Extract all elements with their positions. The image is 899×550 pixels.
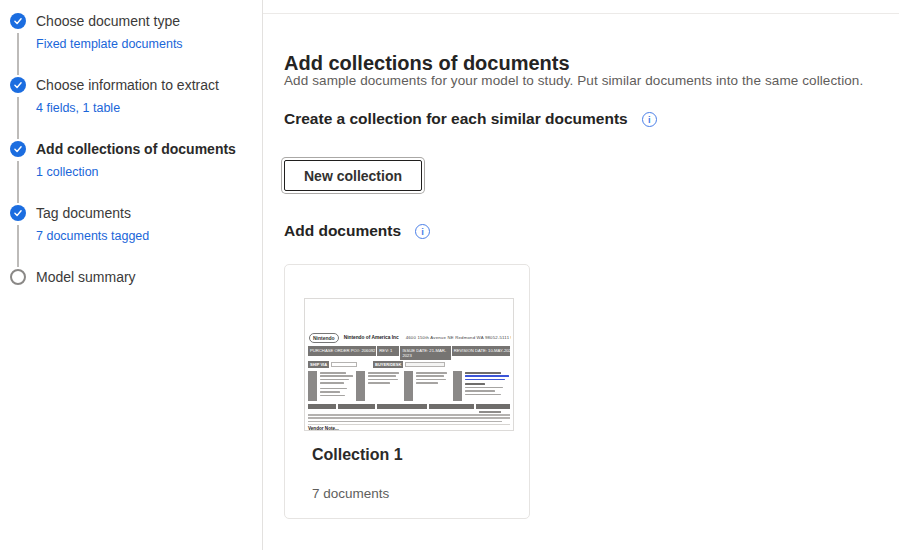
po-meta-value xyxy=(405,362,445,367)
thumbnail-fine-print xyxy=(308,414,510,424)
step-check-icon xyxy=(10,77,26,93)
address-text-block xyxy=(368,372,399,386)
thumbnail-address: 4600 150th Avenue NE Redmond WA 98052-51… xyxy=(406,335,511,340)
step-label: Add collections of documents xyxy=(36,140,262,158)
po-header-cell: PURCHASE ORDER PO#: 206092 xyxy=(308,346,376,356)
thumbnail-letterhead: Nintendo Nintendo of America Inc 4600 15… xyxy=(309,332,511,343)
step-label: Choose information to extract xyxy=(36,76,262,94)
vertical-label-bar xyxy=(453,371,462,401)
info-icon[interactable]: i xyxy=(642,112,657,127)
step-label: Tag documents xyxy=(36,204,262,222)
po-header-cell: REVISION DATE: 10-MAY-2023 xyxy=(452,346,510,356)
thumbnail-header-bar: PURCHASE ORDER PO#: 206092 REV: 1 ISSUE … xyxy=(308,346,510,356)
main-panel: Add collections of documents Add sample … xyxy=(262,0,899,550)
add-documents-heading: Add documents i xyxy=(284,222,430,240)
step-detail[interactable]: 1 collection xyxy=(36,165,99,180)
po-meta-label: SHIP VIA xyxy=(308,361,329,368)
top-divider xyxy=(263,13,899,14)
step-detail[interactable]: 7 documents tagged xyxy=(36,229,149,244)
collection-card[interactable]: Nintendo Nintendo of America Inc 4600 15… xyxy=(284,264,530,519)
page-subtitle: Add sample documents for your model to s… xyxy=(284,73,863,88)
stepper: Choose document type Fixed template docu… xyxy=(0,12,262,332)
step-detail[interactable]: 4 fields, 1 table xyxy=(36,101,120,116)
stepper-item[interactable]: Choose information to extract 4 fields, … xyxy=(0,76,262,140)
thumbnail-table-header xyxy=(308,404,510,409)
thumbnail-divider xyxy=(308,424,510,425)
po-header-cell: ISSUE DATE: 21-MAR-2023 xyxy=(400,346,450,360)
stepper-item[interactable]: Model summary xyxy=(0,268,262,332)
collection-document-count: 7 documents xyxy=(312,486,389,501)
step-label: Choose document type xyxy=(36,12,262,30)
po-meta-value xyxy=(331,362,357,367)
step-label: Model summary xyxy=(36,268,262,286)
document-thumbnail: Nintendo Nintendo of America Inc 4600 15… xyxy=(304,298,514,431)
step-pending-icon xyxy=(10,269,26,285)
wizard-sidebar: Choose document type Fixed template docu… xyxy=(0,0,262,550)
nintendo-logo: Nintendo xyxy=(309,333,339,343)
address-text-block xyxy=(320,372,353,398)
step-detail[interactable]: Fixed template documents xyxy=(36,37,183,52)
step-check-icon xyxy=(10,205,26,221)
po-meta-label: BUYER/DESK xyxy=(373,361,403,368)
vertical-label-bar xyxy=(356,371,365,401)
new-collection-button[interactable]: New collection xyxy=(284,160,422,191)
step-check-icon xyxy=(10,141,26,157)
stepper-item[interactable]: Choose document type Fixed template docu… xyxy=(0,12,262,76)
po-header-cell: REV: 1 xyxy=(377,346,399,356)
info-icon[interactable]: i xyxy=(415,224,430,239)
stepper-item[interactable]: Add collections of documents 1 collectio… xyxy=(0,140,262,204)
address-text-block xyxy=(465,372,509,397)
thumbnail-meta-row: SHIP VIA BUYER/DESK xyxy=(308,361,445,368)
create-collection-heading: Create a collection for each similar doc… xyxy=(284,110,657,128)
thumbnail-terms-text xyxy=(479,411,501,413)
thumbnail-company: Nintendo of America Inc xyxy=(344,335,399,340)
address-text-block xyxy=(416,372,447,386)
add-documents-heading-text: Add documents xyxy=(284,222,401,240)
vertical-label-bar xyxy=(404,371,413,401)
create-collection-heading-text: Create a collection for each similar doc… xyxy=(284,110,628,128)
step-check-icon xyxy=(10,13,26,29)
collection-name: Collection 1 xyxy=(312,446,403,464)
vendor-note-text: Vendor Note... xyxy=(308,426,339,431)
stepper-item[interactable]: Tag documents 7 documents tagged xyxy=(0,204,262,268)
thumbnail-address-columns xyxy=(308,371,510,401)
vertical-label-bar xyxy=(308,371,317,401)
page-title: Add collections of documents xyxy=(284,52,570,75)
